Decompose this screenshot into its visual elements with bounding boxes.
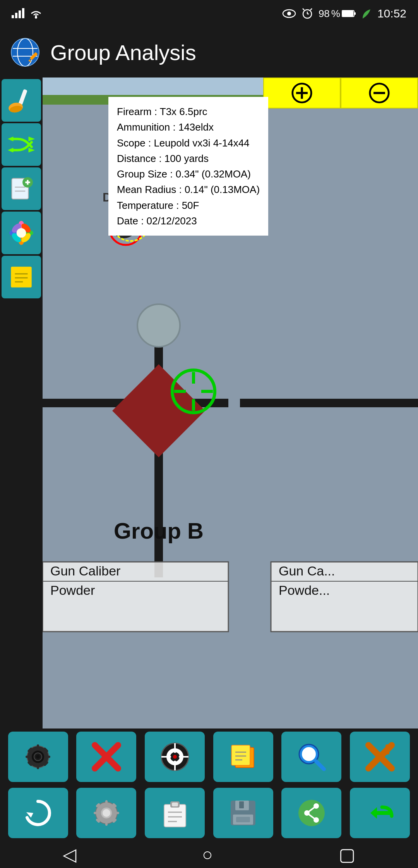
svg-rect-124 <box>164 804 186 827</box>
search-button[interactable] <box>281 732 341 782</box>
svg-marker-19 <box>29 136 35 141</box>
info-mean-radius: Mean Radius : 0.14" (0.13MOA) <box>117 182 260 197</box>
sidebar-btn-shuffle[interactable] <box>2 123 41 166</box>
toolbar-row-1 <box>0 728 418 785</box>
nav-bar: ◁ ○ ▢ <box>0 841 418 868</box>
svg-text:Group B: Group B <box>114 518 204 543</box>
svg-rect-132 <box>239 801 244 808</box>
svg-point-55 <box>137 304 180 347</box>
info-scope: Scope : Leupold vx3i 4-14x44 <box>117 135 260 151</box>
refresh-button[interactable] <box>8 788 68 838</box>
svg-point-90 <box>36 755 40 759</box>
sidebar-btn-broom[interactable] <box>2 79 41 122</box>
svg-rect-83 <box>26 756 30 758</box>
info-temperature: Temperature : 50F <box>117 198 260 213</box>
app-header: Group Analysis <box>0 27 418 78</box>
svg-text:Powde...: Powde... <box>279 583 330 598</box>
svg-marker-141 <box>370 807 377 819</box>
svg-rect-38 <box>11 267 32 288</box>
target-area: Group B Gun Caliber Powder Gun Ca... Pow… <box>43 78 418 728</box>
alarm-icon <box>302 8 313 19</box>
info-group-size: Group Size : 0.34" (0.32MOA) <box>117 166 260 182</box>
status-right: 98% 10:52 <box>282 7 406 20</box>
svg-rect-134 <box>236 817 250 822</box>
svg-rect-8 <box>354 12 356 15</box>
svg-rect-117 <box>94 812 98 814</box>
svg-point-107 <box>302 747 316 761</box>
sidebar-btn-new-doc[interactable] <box>2 167 41 210</box>
svg-text:Gun Ca...: Gun Ca... <box>279 563 335 578</box>
clipboard-button[interactable] <box>145 788 205 838</box>
page-title: Group Analysis <box>50 40 196 65</box>
nav-back-button[interactable]: ◁ <box>51 844 88 865</box>
svg-text:Powder: Powder <box>50 583 95 598</box>
sidebar-btn-note[interactable] <box>2 256 41 298</box>
battery-indicator: 98% <box>319 8 356 20</box>
delete-button[interactable] <box>76 732 136 782</box>
close-button[interactable] <box>350 732 410 782</box>
svg-line-108 <box>316 761 324 769</box>
svg-rect-115 <box>105 800 108 804</box>
svg-rect-116 <box>105 822 108 826</box>
svg-marker-22 <box>8 148 13 152</box>
svg-rect-118 <box>115 812 119 814</box>
app-icon <box>10 37 41 68</box>
toolbar-row-2 <box>0 785 418 841</box>
svg-marker-20 <box>29 148 35 152</box>
svg-point-135 <box>298 800 325 826</box>
svg-rect-7 <box>342 11 353 16</box>
zoom-in-button[interactable] <box>263 78 341 108</box>
leaf-icon <box>361 8 372 19</box>
svg-rect-102 <box>231 745 250 765</box>
settings-button[interactable] <box>76 788 136 838</box>
info-panel: Firearm : T3x 6.5prc Ammunition : 143eld… <box>108 97 268 236</box>
bullet-settings-button[interactable] <box>8 732 68 782</box>
zoom-out-button[interactable] <box>341 78 418 108</box>
info-firearm: Firearm : T3x 6.5prc <box>117 104 260 119</box>
sticky-notes-button[interactable] <box>213 732 273 782</box>
eye-icon <box>282 8 296 19</box>
svg-rect-82 <box>37 765 39 769</box>
time-display: 10:52 <box>377 7 406 20</box>
back-button[interactable] <box>350 788 410 838</box>
svg-point-123 <box>103 809 110 817</box>
status-bar: 98% 10:52 <box>0 0 418 27</box>
wifi-icon <box>29 8 43 19</box>
svg-rect-111 <box>385 744 389 754</box>
svg-point-100 <box>173 755 177 759</box>
left-sidebar <box>0 78 43 728</box>
target-aim-button[interactable] <box>145 732 205 782</box>
info-distance: Distance : 100 yards <box>117 151 260 166</box>
share-button[interactable] <box>281 788 341 838</box>
zoom-buttons <box>263 78 418 108</box>
svg-point-37 <box>17 228 26 238</box>
svg-text:Gun Caliber: Gun Caliber <box>50 563 120 578</box>
save-button[interactable] <box>213 788 273 838</box>
svg-marker-21 <box>8 136 13 141</box>
sidebar-btn-photos[interactable] <box>2 212 41 254</box>
signal-icon <box>12 9 24 18</box>
svg-rect-84 <box>46 756 50 758</box>
svg-point-0 <box>35 16 37 19</box>
svg-rect-81 <box>37 744 39 749</box>
main-content: Group B Gun Caliber Powder Gun Ca... Pow… <box>0 78 418 728</box>
info-ammunition: Ammunition : 143eldx <box>117 119 260 135</box>
nav-home-button[interactable]: ○ <box>190 844 224 865</box>
info-date: Date : 02/12/2023 <box>117 213 260 229</box>
svg-rect-126 <box>172 803 178 806</box>
svg-rect-16 <box>18 89 27 105</box>
status-left <box>12 8 43 19</box>
nav-recent-button[interactable]: ▢ <box>327 844 367 865</box>
svg-point-2 <box>287 12 291 16</box>
